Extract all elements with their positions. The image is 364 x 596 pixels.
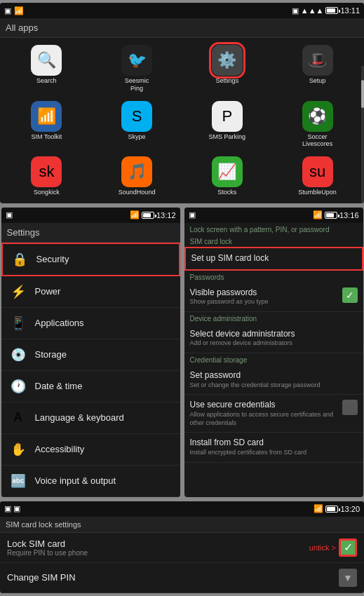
- status-left-1: ▣ 📶: [4, 6, 24, 15]
- app-item-songkick[interactable]: skSongkick: [3, 154, 90, 199]
- time-display-1: 13:11: [340, 6, 360, 15]
- app-label-stumbleupon: StumbleUpon: [298, 189, 337, 196]
- sec-item-install-sd[interactable]: Install from SD cardInstall encrypted ce…: [184, 433, 363, 462]
- sim-item-lock-sim[interactable]: Lock SIM cardRequire PIN to use phoneunt…: [0, 533, 364, 563]
- settings-item-security[interactable]: 🔒Security: [1, 243, 180, 276]
- sec-item-subtitle-use-secure: Allow applications to access secure cert…: [190, 411, 338, 427]
- app-icon-songkick: sk: [31, 156, 62, 187]
- settings-icon-power: ⚡: [8, 282, 28, 302]
- app-icon-soundhound: 🎵: [121, 156, 152, 187]
- settings-item-accessibility[interactable]: ✋Accessibility: [1, 434, 180, 466]
- app-item-soundhound[interactable]: 🎵SoundHound: [93, 154, 181, 199]
- settings-item-voiceinput[interactable]: 🔤Voice input & output: [1, 466, 180, 497]
- app-item-stumbleupon[interactable]: suStumbleUpon: [274, 154, 361, 199]
- sec-item-title-use-secure: Use secure credentials: [190, 400, 338, 411]
- sec-item-use-secure[interactable]: Use secure credentialsAllow applications…: [184, 395, 363, 433]
- sim-dropdown-change-pin[interactable]: ▼: [339, 569, 357, 587]
- app-item-seesmic[interactable]: 🐦Seesmic Ping: [93, 42, 181, 95]
- sim-item-subtitle-lock-sim: Require PIN to use phone: [7, 549, 309, 557]
- sec-item-select-device[interactable]: Select device administratorsAdd or remov…: [184, 324, 363, 353]
- app-item-setup[interactable]: 🎩Setup: [274, 42, 361, 95]
- sim-item-info-lock-sim: Lock SIM cardRequire PIN to use phone: [7, 539, 309, 557]
- sec-item-visible-pw[interactable]: Visible passwordsShow password as you ty…: [184, 283, 363, 312]
- app-icon-smsparking: P: [212, 101, 243, 132]
- panel-sim-lock: ▣ ▣ 📶 13:20 SIM card lock settings Lock …: [0, 501, 364, 593]
- status-bar-2: ▣ 📶 13:12: [1, 208, 180, 223]
- app-item-search[interactable]: 🔍Search: [3, 42, 90, 95]
- wifi-icon-3: 📶: [313, 210, 323, 219]
- settings-icon-applications: 📱: [8, 313, 28, 333]
- sim-item-title-change-pin: Change SIM PIN: [7, 572, 339, 583]
- sec-section-credential-storage: Credential storage: [184, 353, 363, 365]
- app-label-skype: Skype: [128, 133, 146, 141]
- settings-label-accessibility: Accessibility: [35, 444, 85, 454]
- settings-item-storage[interactable]: 💿Storage: [1, 339, 180, 371]
- settings-item-datetime[interactable]: 🕐Date & time: [1, 371, 180, 402]
- battery-icon: [325, 7, 338, 14]
- sec-item-subtitle-install-sd: Install encrypted certificates from SD c…: [190, 449, 358, 457]
- status-left-2: ▣: [6, 210, 13, 219]
- notification-icon: ▣: [4, 6, 11, 15]
- status-bar-1: ▣ 📶 ▣ ▲▲▲ 13:11: [0, 3, 364, 18]
- sec-item-setup-sim[interactable]: Set up SIM card lock: [184, 247, 363, 271]
- sec-item-title-set-pw: Set password: [190, 370, 358, 381]
- row-panels-middle: ▣ 📶 13:12 Settings 🔒Security⚡Power📱Appli…: [0, 208, 364, 497]
- status-right-4: 📶 13:20: [314, 504, 360, 513]
- sec-item-set-pw[interactable]: Set passwordSet or change the credential…: [184, 365, 363, 395]
- sim-icon: ▣: [292, 6, 299, 15]
- sim-item-change-pin[interactable]: Change SIM PIN▼: [0, 563, 364, 593]
- app-label-smsparking: SMS Parking: [209, 133, 246, 141]
- app-icon-seesmic: 🐦: [121, 45, 152, 76]
- sec-section-sim-card-lock: SIM card lock: [184, 235, 363, 247]
- sim-check-lock-sim[interactable]: ✓: [339, 539, 357, 557]
- settings-label-applications: Applications: [35, 318, 84, 328]
- notif-icon-4: ▣ ▣: [4, 504, 20, 513]
- time-display-2: 13:12: [156, 211, 176, 219]
- notif-icon-3: ▣: [189, 210, 196, 219]
- sec-item-check-use-secure[interactable]: [342, 400, 358, 415]
- security-top-label: Lock screen with a pattern, PIN, or pass…: [184, 223, 363, 235]
- sec-item-title-setup-sim: Set up SIM card lock: [191, 253, 356, 264]
- app-item-stocks[interactable]: 📈Stocks: [184, 154, 271, 199]
- app-label-search: Search: [36, 77, 57, 85]
- wifi-icon-4: 📶: [314, 504, 323, 513]
- sec-item-text-visible-pw: Visible passwordsShow password as you ty…: [190, 287, 338, 306]
- settings-icon-language: A: [8, 408, 28, 428]
- sec-item-check-visible-pw[interactable]: ✓: [342, 287, 358, 303]
- scrollbar[interactable]: [361, 66, 364, 203]
- sec-item-subtitle-visible-pw: Show password as you type: [190, 298, 338, 306]
- sec-section-passwords: Passwords: [184, 271, 363, 283]
- sec-item-title-install-sd: Install from SD card: [190, 438, 358, 449]
- time-display-3: 13:16: [339, 211, 359, 219]
- settings-icon-voiceinput: 🔤: [8, 471, 28, 491]
- settings-label-security: Security: [36, 254, 69, 264]
- app-item-soccer[interactable]: ⚽Soccer Livescores: [274, 98, 361, 151]
- app-icon-stocks: 📈: [212, 156, 243, 187]
- app-item-smsparking[interactable]: PSMS Parking: [184, 98, 271, 151]
- sec-section-device-administration: Device administration: [184, 312, 363, 324]
- settings-icon-datetime: 🕐: [8, 377, 28, 396]
- sec-item-title-select-device: Select device administrators: [190, 329, 358, 340]
- app-item-settings[interactable]: ⚙️Settings: [184, 42, 271, 95]
- battery-icon-4: [325, 506, 338, 513]
- settings-label-power: Power: [35, 286, 61, 297]
- settings-icon-security: 🔒: [10, 250, 29, 269]
- settings-item-language[interactable]: ALanguage & keyboard: [1, 402, 180, 434]
- status-bar-3: ▣ 📶 13:16: [184, 208, 363, 223]
- status-left-4: ▣ ▣: [4, 504, 20, 513]
- app-label-songkick: Songkick: [34, 189, 60, 196]
- battery-icon-2: [142, 212, 154, 219]
- wifi-signal: ▲▲▲: [301, 6, 324, 15]
- wifi-icon-2: 📶: [130, 210, 140, 219]
- scrollbar-thumb[interactable]: [361, 80, 364, 108]
- app-item-simtoolkit[interactable]: 📶SIM Toolkit: [3, 98, 90, 151]
- settings-item-power[interactable]: ⚡Power: [1, 276, 180, 308]
- app-label-stocks: Stocks: [217, 189, 236, 196]
- app-icon-stumbleupon: su: [302, 156, 333, 187]
- status-right-2: 📶 13:12: [130, 210, 176, 219]
- app-icon-search: 🔍: [31, 45, 62, 76]
- app-icon-setup: 🎩: [302, 45, 333, 76]
- settings-item-applications[interactable]: 📱Applications: [1, 308, 180, 339]
- app-item-skype[interactable]: SSkype: [93, 98, 181, 151]
- settings-title: Settings: [1, 223, 180, 243]
